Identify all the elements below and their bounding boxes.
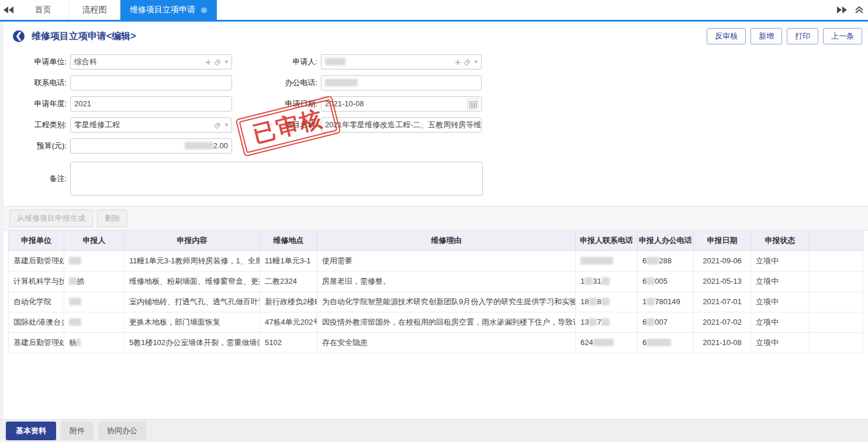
tabbar-spacer — [217, 0, 833, 20]
tab-flowchart[interactable]: 流程图 — [69, 0, 120, 20]
col-declare-content: 申报内容 — [125, 231, 260, 250]
application-form: 申请单位: 综合科 + ▼ 申请人: — [4, 46, 868, 196]
scroll-tabs-right-icon[interactable] — [833, 0, 850, 20]
col-declarant: 申报人 — [64, 231, 125, 250]
table-row[interactable]: 自动化学院 室内铺地砖、打透气孔、透气孔做百叶窗、新行政楼负2楼B2 为自动化学… — [9, 291, 863, 312]
delete-button[interactable]: 删除 — [97, 210, 127, 227]
office-phone-label: 办公电话: — [232, 75, 321, 91]
apply-unit-input[interactable]: 综合科 + ▼ — [70, 54, 232, 69]
detail-toolbar: 从维修项目申报生成 删除 — [4, 207, 868, 231]
project-name-label: 项目名称: — [232, 117, 321, 133]
declaration-table: 申报单位 申报人 申报内容 维修地点 维修理由 申报人联系电话 申报人办公电话 … — [8, 231, 863, 353]
tab-repair-project-application[interactable]: 维修项目立项申请 ⊗ — [120, 0, 217, 20]
chevron-down-icon[interactable]: ▼ — [224, 55, 229, 69]
tab-home[interactable]: 首页 — [18, 0, 69, 20]
contact-phone-label: 联系电话: — [5, 75, 70, 91]
project-type-input[interactable]: 零星维修工程 ▼ — [70, 117, 232, 133]
contact-phone-input[interactable] — [70, 75, 232, 91]
previous-record-button[interactable]: 上一条 — [823, 28, 862, 44]
budget-label: 预算(元): — [5, 138, 70, 154]
tab-attachments[interactable]: 附件 — [61, 422, 94, 440]
table-header-row: 申报单位 申报人 申报内容 维修地点 维修理由 申报人联系电话 申报人办公电话 … — [9, 231, 863, 250]
col-declare-date: 申报日期 — [694, 231, 751, 250]
table-row[interactable]: 基建后勤管理处杨 5教1楼102办公室墙体开裂，需重做墙体5102 存在安全隐患… — [9, 332, 863, 353]
apply-year-input[interactable]: 2021 — [70, 96, 232, 112]
col-repair-reason: 维修理由 — [317, 231, 576, 250]
table-row[interactable]: 计算机科学与技术皓 维修地板、粉刷墙面、维修窗帘盒、更换二教2324 房屋老旧，… — [9, 271, 863, 291]
budget-input[interactable]: 2.00 — [70, 138, 232, 154]
add-applicant-icon[interactable]: + — [455, 57, 461, 67]
page-title: 维修项目立项申请<编辑> — [32, 30, 136, 43]
clear-brush-icon[interactable] — [213, 121, 222, 129]
col-declarant-phone: 申报人联系电话 — [576, 231, 638, 250]
remark-textarea[interactable] — [70, 162, 483, 196]
page-body: ❮ 维修项目立项申请<编辑> 反审核 新增 打印 上一条 申请单位: 综合科 + — [0, 22, 868, 419]
tab-flowchart-label: 流程图 — [82, 5, 107, 15]
project-name-input[interactable]: 2021年零星维修改造工程-二、五教周转房等维修改 — [321, 117, 482, 133]
page-header: ❮ 维修项目立项申请<编辑> 反审核 新增 打印 上一条 — [4, 26, 868, 46]
unaudit-button[interactable]: 反审核 — [707, 28, 746, 44]
scroll-tabs-left-icon[interactable] — [0, 0, 18, 20]
remark-label: 备注: — [5, 162, 70, 196]
chevron-down-icon[interactable]: ▼ — [473, 55, 479, 69]
tab-repair-project-application-label: 维修项目立项申请 — [130, 5, 195, 15]
apply-date-label: 申请日期: — [232, 96, 321, 112]
table-row[interactable]: 国际处/港澳台办 更换木地板，部门墙面恢复47栋4单元202号 因疫情外教滞留国… — [9, 312, 863, 332]
bottom-tab-bar: 基本资料 附件 协同办公 — [0, 419, 868, 442]
table-row[interactable]: 基建后勤管理处 11幢1单元3-1教师周转房装修，1、全屋刷11幢1单元3-1 … — [9, 250, 863, 271]
col-declare-status: 申报状态 — [751, 231, 810, 250]
print-button[interactable]: 打印 — [787, 28, 818, 44]
apply-unit-label: 申请单位: — [5, 54, 70, 69]
apply-date-input[interactable]: 2021-10-08 — [321, 96, 482, 112]
calendar-icon[interactable] — [467, 98, 479, 110]
tab-basic-info[interactable]: 基本资料 — [6, 422, 56, 440]
applicant-label: 申请人: — [232, 54, 321, 69]
top-tab-bar: 首页 流程图 维修项目立项申请 ⊗ — [0, 0, 868, 22]
col-declare-unit: 申报单位 — [9, 231, 64, 250]
back-button[interactable]: ❮ — [13, 30, 25, 42]
clear-brush-icon[interactable] — [213, 58, 222, 66]
add-unit-icon[interactable]: + — [205, 57, 211, 67]
col-filler — [810, 231, 863, 250]
office-phone-input[interactable] — [321, 75, 482, 91]
apply-year-label: 申请年度: — [5, 96, 70, 112]
clear-brush-icon[interactable] — [463, 58, 471, 66]
applicant-input[interactable]: + ▼ — [321, 54, 482, 69]
tab-close-icon[interactable]: ⊗ — [200, 6, 208, 14]
project-type-label: 工程类别: — [5, 117, 70, 133]
tab-collaboration[interactable]: 协同办公 — [98, 422, 146, 440]
col-repair-location: 维修地点 — [260, 231, 317, 250]
header-actions: 反审核 新增 打印 上一条 — [707, 28, 862, 44]
add-button[interactable]: 新增 — [751, 28, 782, 44]
tab-home-label: 首页 — [35, 5, 51, 15]
declaration-detail-section: 从维修项目申报生成 删除 申报单位 申报人 申报内容 维 — [4, 206, 868, 353]
col-declarant-office-phone: 申报人办公电话 — [638, 231, 694, 250]
chevron-down-icon[interactable]: ▼ — [224, 118, 229, 132]
collapse-panel-up-icon[interactable] — [850, 0, 868, 20]
generate-from-declaration-button[interactable]: 从维修项目申报生成 — [9, 210, 93, 227]
app-window: 首页 流程图 维修项目立项申请 ⊗ ❮ 维修项目立项申请<编辑> 反审核 新增 … — [0, 0, 868, 442]
